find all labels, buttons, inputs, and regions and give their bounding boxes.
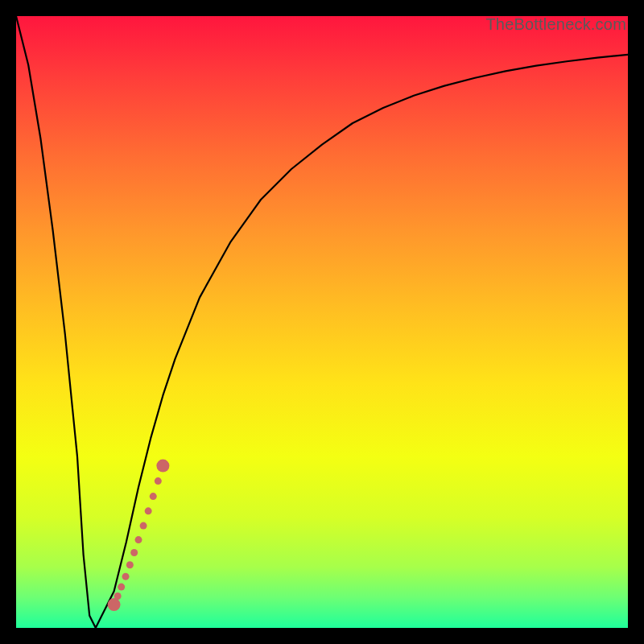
- highlight-dot: [114, 592, 122, 600]
- highlight-dot: [108, 598, 121, 611]
- highlight-dot: [140, 522, 147, 530]
- highlight-dot: [122, 573, 130, 580]
- highlight-dot: [126, 561, 134, 568]
- highlight-dot: [156, 460, 169, 473]
- highlight-dot: [118, 584, 125, 591]
- chart-frame: TheBottleneck.com: [16, 16, 628, 628]
- highlight-dot: [155, 477, 162, 485]
- highlight-dot: [135, 536, 142, 543]
- watermark-label: TheBottleneck.com: [485, 15, 626, 34]
- gradient-background: [16, 16, 628, 628]
- highlight-dot: [130, 549, 138, 556]
- highlight-dot: [150, 493, 157, 500]
- highlight-dot: [145, 507, 152, 514]
- bottleneck-chart: [16, 16, 628, 628]
